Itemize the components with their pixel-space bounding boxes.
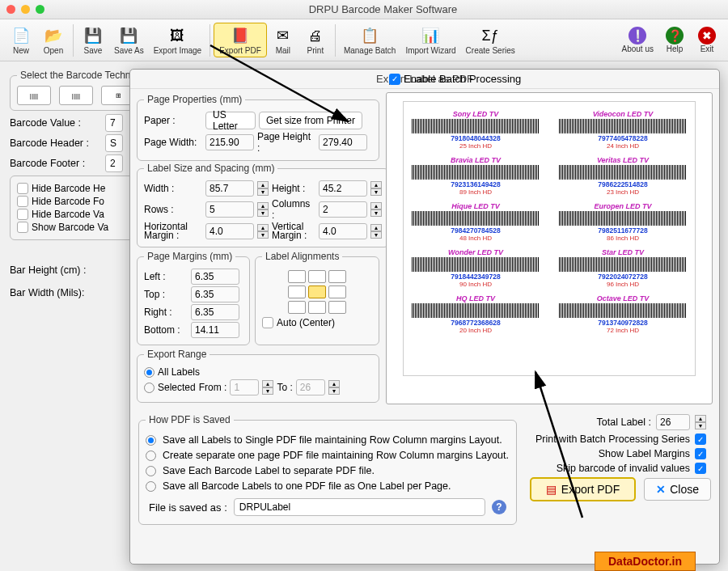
- save-icon: 💾: [83, 25, 104, 46]
- save-option-radio[interactable]: [146, 481, 156, 492]
- about-button[interactable]: ❕About us: [617, 25, 658, 55]
- close-button[interactable]: ✕Close: [644, 478, 711, 501]
- to-input[interactable]: [296, 379, 325, 395]
- stepper-icon[interactable]: ▴▾: [370, 202, 382, 217]
- right-label: Right :: [144, 307, 188, 318]
- exportpdf-button[interactable]: 📕Export PDF: [214, 23, 267, 57]
- stepper-icon[interactable]: ▴▾: [370, 224, 382, 239]
- skip-invalid-label: Skip barcode of invalid values: [557, 463, 690, 474]
- print-icon: 🖨: [305, 25, 326, 46]
- mail-button[interactable]: ✉Mail: [267, 23, 299, 57]
- vmargin-label: Vertical Margin :: [272, 222, 315, 240]
- help-icon[interactable]: ?: [492, 500, 506, 514]
- save-option-radio[interactable]: [146, 435, 156, 446]
- rows-input[interactable]: [205, 201, 254, 218]
- align-cell[interactable]: [308, 286, 326, 298]
- minimize-window-icon[interactable]: [21, 5, 30, 14]
- hide-option-checkbox[interactable]: [17, 209, 28, 220]
- print-button[interactable]: 🖨Print: [299, 23, 332, 57]
- align-cell[interactable]: [328, 270, 346, 283]
- open-button[interactable]: 📂Open: [37, 23, 70, 57]
- save-option-radio[interactable]: [146, 450, 156, 461]
- barcode-footer-input[interactable]: [105, 154, 123, 172]
- barcode-value-input[interactable]: [105, 114, 123, 132]
- hmargin-input[interactable]: [205, 223, 254, 239]
- align-cell[interactable]: [308, 301, 326, 314]
- rows-label: Rows :: [144, 204, 202, 215]
- new-icon: 📄: [11, 25, 32, 46]
- label-height-input[interactable]: [319, 180, 367, 197]
- zoom-window-icon[interactable]: [36, 5, 44, 14]
- save-option-radio[interactable]: [146, 466, 156, 476]
- save-option-label: Save Each Barcode Label to separate PDF …: [163, 465, 375, 476]
- total-label-input[interactable]: [656, 414, 690, 430]
- align-cell[interactable]: [308, 270, 326, 283]
- exit-button[interactable]: ✖Exit: [691, 25, 723, 55]
- align-cell[interactable]: [288, 301, 306, 314]
- stepper-icon[interactable]: ▴▾: [257, 224, 269, 239]
- watermark: DataDoctor.in: [595, 552, 696, 571]
- export-pdf-button[interactable]: ▤Export PDF: [530, 477, 636, 501]
- hide-option-label: Hide Barcode Fo: [32, 196, 104, 207]
- vmargin-input[interactable]: [319, 223, 367, 239]
- height-label: Height :: [272, 183, 315, 194]
- show-margins-checkbox[interactable]: ✓: [695, 448, 706, 459]
- tech-option[interactable]: |||||: [59, 86, 93, 105]
- importwiz-button[interactable]: 📊Import Wizard: [400, 23, 460, 57]
- cols-input[interactable]: [319, 201, 367, 218]
- get-size-button[interactable]: Get size from Printer: [259, 112, 362, 129]
- new-button[interactable]: 📄New: [5, 23, 37, 57]
- saveas-icon: 💾: [118, 25, 139, 46]
- to-label: To :: [277, 382, 292, 393]
- managebatch-button[interactable]: 📋Manage Batch: [339, 23, 401, 57]
- close-window-icon[interactable]: [6, 5, 15, 14]
- hide-option-checkbox[interactable]: [17, 222, 28, 233]
- page-height-input[interactable]: [319, 134, 367, 150]
- skip-invalid-checkbox[interactable]: ✓: [695, 463, 706, 474]
- align-cell[interactable]: [288, 286, 306, 298]
- selected-label: Selected: [158, 382, 196, 393]
- cols-label: Columns :: [272, 198, 315, 221]
- createseries-button[interactable]: ΣƒCreate Series: [461, 23, 520, 57]
- page-width-input[interactable]: [205, 134, 254, 150]
- save-button[interactable]: 💾Save: [77, 23, 109, 57]
- file-saved-label: File is saved as :: [149, 501, 227, 514]
- margin-top-input[interactable]: [191, 286, 239, 302]
- align-cell[interactable]: [328, 301, 346, 314]
- barcode-header-label: Barcode Header :: [10, 137, 99, 149]
- save-option-label: Save all Labels to Single PDF file maint…: [163, 434, 502, 446]
- align-cell[interactable]: [288, 270, 306, 283]
- saveas-button[interactable]: 💾Save As: [109, 23, 149, 57]
- file-saved-input[interactable]: [234, 498, 485, 516]
- save-option-label: Save all Barcode Labels to one PDF file …: [163, 480, 451, 492]
- stepper-icon[interactable]: ▴▾: [328, 380, 340, 395]
- stepper-icon[interactable]: ▴▾: [370, 181, 382, 196]
- margin-bottom-input[interactable]: [191, 322, 239, 338]
- margin-right-input[interactable]: [191, 304, 239, 320]
- enable-batch-checkbox[interactable]: ✓: [389, 74, 400, 85]
- print-batch-checkbox[interactable]: ✓: [695, 434, 706, 445]
- auto-center-checkbox[interactable]: [262, 317, 273, 328]
- bar-height-label: Bar Height (cm) :: [10, 264, 99, 276]
- stepper-icon[interactable]: ▴▾: [257, 181, 269, 196]
- selected-radio[interactable]: [144, 383, 154, 393]
- paper-select[interactable]: US Letter: [205, 112, 256, 129]
- label-width-input[interactable]: [205, 180, 254, 197]
- tech-option[interactable]: |||||: [17, 86, 51, 105]
- align-cell[interactable]: [328, 286, 346, 298]
- stepper-icon[interactable]: ▴▾: [695, 415, 706, 429]
- margin-left-input[interactable]: [191, 269, 239, 285]
- hide-option-checkbox[interactable]: [17, 183, 28, 194]
- barcode-header-input[interactable]: [105, 134, 123, 152]
- stepper-icon[interactable]: ▴▾: [262, 380, 273, 395]
- hide-option-checkbox[interactable]: [17, 196, 28, 207]
- page-width-label: Page Width:: [144, 137, 202, 148]
- stepper-icon[interactable]: ▴▾: [257, 202, 269, 217]
- exportimg-icon: 🖼: [167, 25, 188, 46]
- from-input[interactable]: [230, 379, 259, 395]
- alignments-legend: Label Alignments: [262, 251, 342, 262]
- exportpdf-icon: 📕: [230, 25, 251, 46]
- help-button[interactable]: ❓Help: [658, 25, 691, 55]
- all-labels-radio[interactable]: [144, 367, 154, 378]
- exportimg-button[interactable]: 🖼Export Image: [149, 23, 206, 57]
